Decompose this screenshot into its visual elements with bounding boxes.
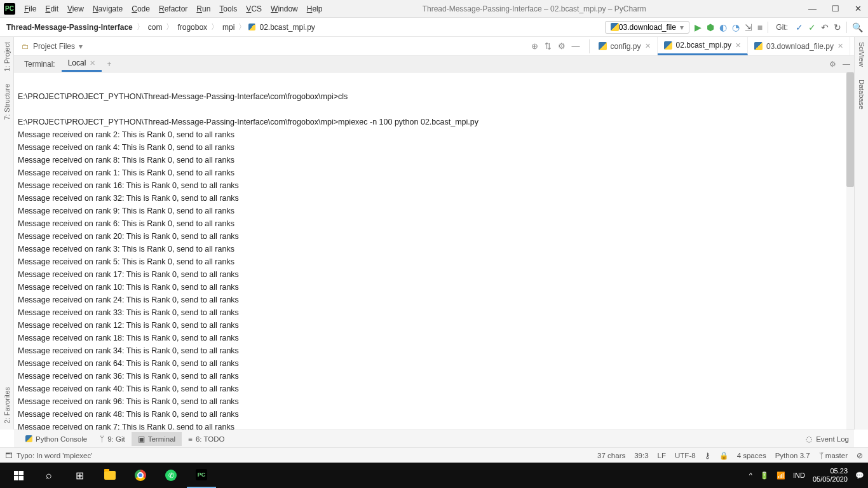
scrollbar-track[interactable] bbox=[846, 72, 854, 430]
breadcrumb-segment[interactable]: frogobox bbox=[176, 23, 208, 32]
close-icon[interactable]: ✕ bbox=[735, 41, 741, 50]
terminal-tabs-row: Terminal: Local ✕ + ⚙ — bbox=[14, 56, 854, 72]
terminal-line bbox=[18, 78, 851, 90]
pycharm-button[interactable]: PC bbox=[187, 463, 216, 488]
editor-tab[interactable]: 03.download_file.py✕ bbox=[748, 37, 850, 55]
debug-button[interactable]: ⬢ bbox=[707, 22, 714, 32]
file-explorer-button[interactable] bbox=[95, 463, 125, 488]
python-file-icon bbox=[754, 42, 763, 50]
terminal-line: Message received on rank 20: This is Ran… bbox=[18, 230, 851, 243]
project-tool-button[interactable]: 1: Project bbox=[3, 42, 11, 71]
readonly-toggle[interactable]: ⚷ bbox=[705, 451, 710, 460]
ime-indicator[interactable]: IND bbox=[793, 471, 805, 479]
close-icon[interactable]: ✕ bbox=[837, 42, 843, 50]
close-icon[interactable]: ✕ bbox=[645, 42, 651, 50]
stop-button[interactable]: ■ bbox=[757, 22, 763, 32]
locate-button[interactable]: ⊕ bbox=[531, 41, 538, 51]
breadcrumb-segment[interactable]: com bbox=[147, 23, 164, 32]
search-button[interactable]: ⌕ bbox=[34, 463, 64, 488]
python-file-icon bbox=[664, 41, 672, 50]
breadcrumb-segment[interactable]: Thread-Message-Passing-Interface bbox=[5, 23, 134, 32]
database-tool-button[interactable]: Database bbox=[858, 79, 865, 109]
run-button[interactable]: ▶ bbox=[695, 22, 702, 32]
maximize-button[interactable]: ☐ bbox=[829, 4, 842, 13]
tray-expand-icon[interactable]: ^ bbox=[749, 471, 752, 479]
terminal-line: E:\PROJECT\PROJECT_PYTHON\Thread-Message… bbox=[18, 116, 851, 128]
menu-code[interactable]: Code bbox=[128, 3, 154, 15]
editor-tab-label: 02.bcast_mpi.py bbox=[676, 41, 731, 50]
menu-view[interactable]: View bbox=[64, 3, 88, 15]
new-terminal-button[interactable]: + bbox=[102, 60, 116, 69]
terminal-tab-local[interactable]: Local ✕ bbox=[62, 56, 102, 72]
structure-tool-button[interactable]: 7: Structure bbox=[3, 84, 11, 120]
git-history-button[interactable]: ↶ bbox=[821, 22, 829, 32]
status-line-separator[interactable]: LF bbox=[658, 452, 666, 459]
settings-button[interactable]: ⚙ bbox=[558, 41, 566, 51]
attach-button[interactable]: ⇲ bbox=[745, 22, 752, 32]
status-encoding[interactable]: UTF-8 bbox=[675, 452, 696, 459]
breadcrumb[interactable]: Thread-Message-Passing-Interface〉com〉fro… bbox=[5, 22, 316, 32]
breadcrumb-separator-icon: 〉 bbox=[134, 22, 147, 32]
git-label: Git: bbox=[776, 23, 788, 32]
task-view-button[interactable]: ⊞ bbox=[65, 463, 94, 488]
breadcrumb-segment[interactable]: 02.bcast_mpi.py bbox=[258, 23, 316, 32]
todo-tab[interactable]: ≡ 6: TODO bbox=[182, 433, 231, 445]
memory-indicator[interactable]: ⊘ bbox=[857, 451, 863, 460]
search-everywhere-button[interactable]: 🔍 bbox=[852, 22, 863, 32]
chrome-button[interactable] bbox=[126, 463, 155, 488]
git-update-button[interactable]: ✓ bbox=[796, 22, 803, 32]
battery-icon[interactable]: 🔋 bbox=[760, 471, 769, 480]
terminal-hide-button[interactable]: — bbox=[843, 60, 850, 69]
menu-file[interactable]: File bbox=[20, 3, 40, 15]
close-icon[interactable]: ✕ bbox=[90, 59, 95, 67]
favorites-tool-button[interactable]: 2: Favorites bbox=[3, 387, 11, 423]
python-file-icon bbox=[248, 24, 255, 30]
todo-icon: ≡ bbox=[188, 435, 193, 443]
git-commit-button[interactable]: ✓ bbox=[808, 22, 816, 32]
terminal-line: Message received on rank 16: This is Ran… bbox=[18, 179, 851, 192]
terminal-tab[interactable]: ▣ Terminal bbox=[132, 432, 182, 446]
profile-button[interactable]: ◔ bbox=[732, 22, 740, 32]
expand-button[interactable]: ⇅ bbox=[545, 41, 552, 51]
window-title: Thread-Message-Passing-Interface – 02.bc… bbox=[262, 4, 806, 13]
center-panel: 🗀 Project Files ▾ ⊕ ⇅ ⚙ — config.py✕02.b… bbox=[14, 37, 854, 430]
start-button[interactable] bbox=[4, 463, 33, 488]
menu-edit[interactable]: Edit bbox=[41, 3, 62, 15]
terminal-content[interactable]: E:\PROJECT\PROJECT_PYTHON\Thread-Message… bbox=[14, 72, 854, 430]
editor-tab[interactable]: 02.bcast_mpi.py✕ bbox=[658, 37, 748, 55]
status-interpreter[interactable]: Python 3.7 bbox=[775, 452, 810, 459]
window-controls: — ☐ ✕ bbox=[806, 4, 864, 13]
event-log-tab[interactable]: Event Log bbox=[816, 435, 849, 443]
lock-icon[interactable]: 🔒 bbox=[719, 451, 728, 460]
minimize-button[interactable]: — bbox=[806, 4, 819, 13]
hide-button[interactable]: — bbox=[572, 41, 580, 51]
git-tab[interactable]: ᛘ 9: Git bbox=[93, 433, 131, 445]
sciview-tool-button[interactable]: SciView bbox=[858, 42, 865, 67]
menu-run[interactable]: Run bbox=[193, 3, 214, 15]
menu-tools[interactable]: Tools bbox=[215, 3, 241, 15]
terminal-settings-button[interactable]: ⚙ bbox=[829, 60, 836, 69]
menu-refactor[interactable]: Refactor bbox=[155, 3, 191, 15]
menu-navigate[interactable]: Navigate bbox=[89, 3, 126, 15]
status-git-branch[interactable]: ᛘ master bbox=[819, 452, 848, 459]
python-console-tab[interactable]: Python Console bbox=[19, 433, 93, 445]
run-config-selector[interactable]: 03.download_file ▾ bbox=[605, 21, 689, 34]
coverage-button[interactable]: ◐ bbox=[719, 22, 727, 32]
git-revert-button[interactable]: ↻ bbox=[834, 22, 841, 32]
project-view-selector[interactable]: 🗀 Project Files ▾ bbox=[18, 42, 86, 51]
status-chars: 37 chars bbox=[597, 452, 625, 459]
status-position[interactable]: 39:3 bbox=[634, 452, 648, 459]
status-indent[interactable]: 4 spaces bbox=[737, 452, 766, 459]
status-bar: 🗔 Typo: In word 'mpiexec' 37 chars 39:3 … bbox=[0, 447, 868, 463]
wifi-icon[interactable]: 📶 bbox=[776, 471, 785, 480]
editor-tab[interactable]: config.py✕ bbox=[592, 37, 658, 55]
breadcrumb-segment[interactable]: mpi bbox=[221, 23, 236, 32]
close-button[interactable]: ✕ bbox=[852, 4, 864, 13]
scrollbar-thumb[interactable] bbox=[846, 72, 854, 187]
folder-icon: 🗀 bbox=[22, 42, 29, 51]
clock[interactable]: 05.23 05/05/2020 bbox=[813, 467, 848, 484]
terminal-line: Message received on rank 33: This is Ran… bbox=[18, 306, 851, 319]
notifications-button[interactable]: 💬 bbox=[855, 471, 864, 480]
terminal-line: Message received on rank 2: This is Rank… bbox=[18, 128, 851, 141]
whatsapp-button[interactable]: ✆ bbox=[156, 463, 186, 488]
